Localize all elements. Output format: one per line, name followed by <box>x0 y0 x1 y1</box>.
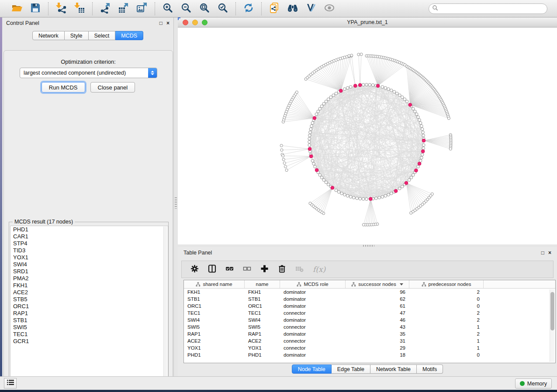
tab-style[interactable]: Style <box>65 31 89 40</box>
list-item[interactable]: SRD1 <box>10 268 168 275</box>
tab-node-table[interactable]: Node Table <box>292 364 332 374</box>
zoom-out-button[interactable] <box>179 2 194 16</box>
network-canvas[interactable] <box>178 28 557 244</box>
control-panel-title: Control Panel <box>6 20 39 26</box>
zoom-selected-button[interactable] <box>215 2 230 16</box>
run-mcds-button[interactable]: Run MCDS <box>42 82 85 93</box>
list-item[interactable]: TID3 <box>10 247 168 254</box>
graphics-details-button[interactable] <box>322 2 337 16</box>
delete-table-icon <box>295 265 304 275</box>
save-session-button[interactable] <box>28 2 43 16</box>
list-item[interactable]: TEC1 <box>10 331 168 338</box>
list-item[interactable]: STB5 <box>10 296 168 303</box>
list-item[interactable]: SWI5 <box>10 324 168 331</box>
export-network-button[interactable] <box>98 2 113 16</box>
memory-button[interactable]: Memory <box>515 378 552 389</box>
float-panel-icon[interactable]: □ <box>159 21 163 26</box>
list-item[interactable]: CAR1 <box>10 233 168 240</box>
search-field[interactable] <box>429 3 547 14</box>
tab-select[interactable]: Select <box>89 31 116 40</box>
binoculars-icon <box>287 2 298 15</box>
cell-shared-name: ACE2 <box>184 337 245 344</box>
import-table-button[interactable] <box>72 2 87 16</box>
cell-mcds-role: dominator <box>280 296 346 303</box>
zoom-fit-icon <box>199 2 210 15</box>
vertical-splitter[interactable] <box>174 17 178 376</box>
apply-layout-button[interactable] <box>241 2 256 16</box>
show-columns-button[interactable] <box>208 265 216 275</box>
column-header-predecessor-nodes[interactable]: predecessor nodes <box>409 280 484 288</box>
cell-mcds-role: connector <box>280 309 346 316</box>
zoom-fit-button[interactable] <box>197 2 212 16</box>
table-row[interactable]: ACE2ACE2connector311 <box>184 337 555 344</box>
list-item[interactable]: RAP1 <box>10 310 168 317</box>
tab-motifs[interactable]: Motifs <box>417 364 443 374</box>
table-row[interactable]: FKH1FKH1dominator962 <box>184 289 555 296</box>
select-all-button[interactable] <box>225 265 234 275</box>
list-item[interactable]: STB1 <box>10 317 168 324</box>
criterion-dropdown[interactable]: largest connected component (undirected) <box>20 68 157 78</box>
list-item[interactable]: STP4 <box>10 240 168 247</box>
network-title-bar[interactable]: YPA_prune.txt_1 <box>178 17 557 28</box>
toggle-style-button[interactable] <box>304 2 318 16</box>
mcds-panel: Optimization criterion: largest connecte… <box>3 50 173 386</box>
list-item[interactable]: GCR1 <box>10 338 168 345</box>
table-row[interactable]: PHD1PHD1dominator180 <box>184 351 555 358</box>
task-history-button[interactable] <box>4 378 17 389</box>
cell-filler <box>484 289 555 296</box>
table-settings-button[interactable] <box>190 265 199 275</box>
splitter-grip-icon <box>175 197 177 209</box>
table-scrollbar[interactable] <box>550 289 554 362</box>
tab-mcds[interactable]: MCDS <box>115 31 143 40</box>
table-row[interactable]: STB1STB1dominator620 <box>184 296 555 303</box>
search-input[interactable] <box>438 5 547 13</box>
find-button[interactable] <box>285 2 300 16</box>
save-floppy-icon <box>30 2 41 15</box>
list-item[interactable]: FKH1 <box>10 282 168 289</box>
cell-mcds-role: connector <box>280 344 346 351</box>
list-item[interactable]: PMA2 <box>10 275 168 282</box>
unchecked-boxes-icon <box>243 265 251 275</box>
cell-successor-nodes: 96 <box>346 289 409 296</box>
delete-table-button[interactable] <box>295 265 304 275</box>
control-panel: Control Panel □ × Network Style Select M… <box>2 17 174 376</box>
import-network-button[interactable] <box>54 2 69 16</box>
clone-network-button[interactable] <box>267 2 282 16</box>
table-row[interactable]: RAP1RAP1dominator352 <box>184 330 555 337</box>
cell-mcds-role: connector <box>280 337 346 344</box>
export-image-button[interactable] <box>135 2 149 16</box>
deselect-all-button[interactable] <box>243 265 251 275</box>
list-item[interactable]: ORC1 <box>10 303 168 310</box>
list-item[interactable]: PHD1 <box>10 226 168 233</box>
column-header-successor-nodes[interactable]: successor nodes <box>346 280 409 288</box>
table-scrollbar-thumb[interactable] <box>550 292 554 330</box>
float-panel-icon[interactable]: □ <box>541 250 544 255</box>
open-session-button[interactable] <box>10 2 24 16</box>
zoom-in-button[interactable] <box>160 2 175 16</box>
add-column-button[interactable] <box>260 265 269 275</box>
mcds-result-list[interactable]: PHD1CAR1STP4TID3YOX1SWI4SRD1PMA2FKH1ACE2… <box>10 226 168 383</box>
tab-edge-table[interactable]: Edge Table <box>332 364 370 374</box>
list-item[interactable]: ACE2 <box>10 289 168 296</box>
cell-name: PHD1 <box>245 351 280 358</box>
tab-network[interactable]: Network <box>32 31 65 40</box>
column-header-mcds-role[interactable]: MCDS role <box>280 280 346 288</box>
table-row[interactable]: YOX1YOX1connector291 <box>184 344 555 351</box>
close-panel-button[interactable]: Close panel <box>90 82 135 93</box>
column-header-name[interactable]: name <box>245 280 280 288</box>
table-row[interactable]: TEC1TEC1connector472 <box>184 309 555 316</box>
cell-mcds-role: dominator <box>280 316 346 323</box>
column-header-shared-name[interactable]: shared name <box>184 280 245 288</box>
delete-column-button[interactable] <box>278 265 286 275</box>
tab-network-table[interactable]: Network Table <box>370 364 417 374</box>
export-table-button[interactable] <box>116 2 131 16</box>
table-row[interactable]: SWI5SWI5connector431 <box>184 323 555 330</box>
close-panel-icon[interactable]: × <box>548 250 551 255</box>
table-row[interactable]: ORC1ORC1dominator610 <box>184 303 555 309</box>
function-builder-button[interactable]: f(x) <box>313 265 325 274</box>
close-panel-icon[interactable]: × <box>166 21 170 26</box>
list-item[interactable]: SWI4 <box>10 261 168 268</box>
mcds-list-scrollbar[interactable] <box>163 227 167 382</box>
table-row[interactable]: SWI4SWI4dominator462 <box>184 316 555 323</box>
list-item[interactable]: YOX1 <box>10 254 168 261</box>
